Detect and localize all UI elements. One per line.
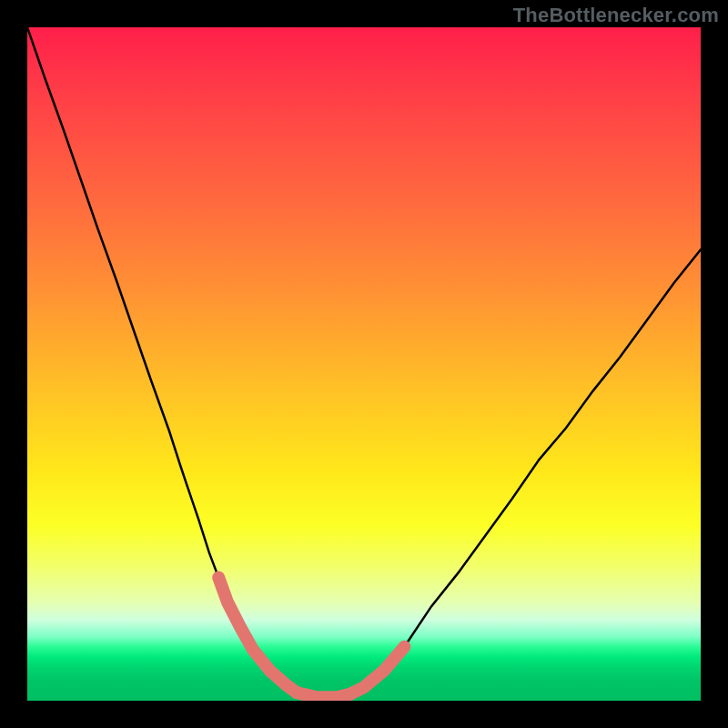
optimal-range-marker-left (218, 578, 297, 693)
curve-layer (27, 27, 701, 701)
plot-area (27, 27, 701, 701)
watermark-text: TheBottlenecker.com (513, 4, 719, 27)
bottleneck-curve (27, 27, 701, 697)
chart-frame: TheBottlenecker.com (0, 0, 728, 728)
optimal-range-marker-floor (297, 693, 350, 697)
optimal-range-marker-right (350, 647, 404, 694)
